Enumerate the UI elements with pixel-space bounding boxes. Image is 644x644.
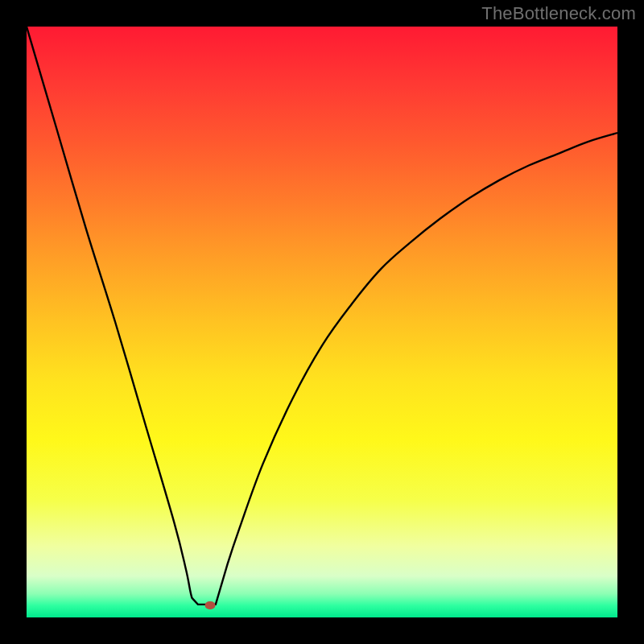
optimal-point-marker xyxy=(204,601,215,609)
watermark-text: TheBottleneck.com xyxy=(481,3,636,24)
plot-area xyxy=(27,27,617,617)
curve-path xyxy=(27,27,617,605)
bottleneck-curve xyxy=(27,27,617,617)
chart-frame: TheBottleneck.com xyxy=(0,0,644,644)
